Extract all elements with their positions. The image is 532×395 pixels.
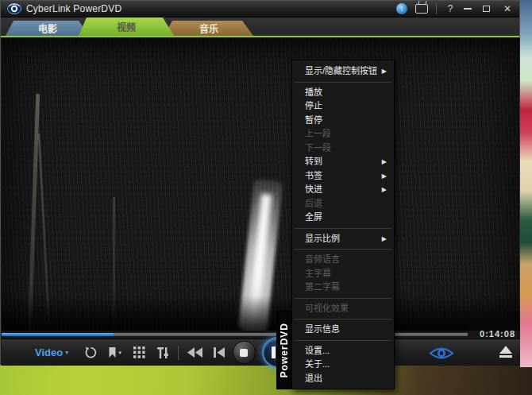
submenu-arrow-icon: ▶ [382,183,387,197]
control-bar: Video ▾ ▾ [2,339,520,366]
menu-separator [295,249,391,250]
previous-button[interactable] [214,347,225,358]
seek-bar[interactable] [2,333,468,336]
upgrade-icon[interactable]: ↑ [396,3,407,14]
menu-separator [295,319,391,319]
submenu-arrow-icon: ▶ [382,64,387,79]
powerdvd-window: CyberLink PowerDVD ↑ ? ✕ 电影 音乐 视频 [0,0,520,366]
menu-separator [295,228,391,229]
restore-icon [483,6,490,12]
menu-item-play[interactable]: 播放 [292,86,394,100]
menu-item-pause[interactable]: 暂停 [292,114,394,128]
active-tab-underline [1,36,519,37]
chevron-down-icon: ▾ [65,349,68,356]
menu-item-go-to[interactable]: 转到▶ [292,155,394,169]
menu-item-show-information[interactable]: 显示信息 [292,323,394,337]
settings-sliders-icon[interactable] [156,347,168,359]
grid-menu-icon[interactable] [133,347,145,358]
menu-separator [295,340,391,341]
menu-item-primary-subtitles: 主字幕 [292,267,394,281]
tv-mode-icon[interactable] [415,4,428,14]
menu-item-secondary-subtitles: 第二字幕 [292,281,394,295]
minimize-icon [464,8,472,10]
titlebar: CyberLink PowerDVD ↑ ? ✕ [1,1,519,17]
restore-button[interactable] [483,6,494,12]
submenu-arrow-icon: ▶ [382,155,387,169]
minimize-button[interactable] [464,8,475,10]
menu-item-aspect-ratio[interactable]: 显示比例▶ [292,232,394,246]
powerdvd-banner-label: PowerDVD [279,323,290,378]
menu-item-previous-segment: 上一段 [292,127,394,141]
menu-separator [295,298,391,299]
menu-item-about[interactable]: 关于... [292,358,394,372]
menu-item-exit[interactable]: 退出 [292,372,394,386]
eject-icon-bar [499,355,512,358]
menu-item-stop[interactable]: 停止 [292,99,394,114]
time-display: 0:14:08 [480,329,515,339]
titlebar-divider [436,3,437,14]
menu-item-visualizations: 可视化效果 [292,302,394,316]
tab-bar: 电影 音乐 视频 [1,17,519,37]
truetheater-eye-icon[interactable] [429,347,454,360]
submenu-arrow-icon: ▶ [382,232,387,246]
close-button[interactable]: ✕ [502,3,513,14]
menu-item-bookmarks[interactable]: 书签▶ [292,169,394,184]
video-playback-surface[interactable] [2,38,520,331]
repeat-icon[interactable] [84,346,98,359]
eject-icon [499,346,512,354]
help-button[interactable]: ? [445,3,456,14]
context-menu: 显示/隐藏控制按钮▶ 播放 停止 暂停 上一段 下一段 转到▶ 书签▶ 快进▶ … [291,60,395,389]
rewind-button[interactable] [187,347,203,358]
menu-item-fullscreen[interactable]: 全屏 [292,211,394,225]
chevron-down-icon: ▾ [118,350,121,356]
eject-button[interactable] [499,346,512,358]
menu-item-show-hide-controls[interactable]: 显示/隐藏控制按钮▶ [292,64,394,79]
menu-item-rewind: 后退 [292,197,394,211]
video-vignette [2,38,520,331]
desktop-wallpaper-right-strip [520,0,532,367]
pause-icon [272,347,276,358]
menu-separator [295,82,391,83]
tab-movies[interactable]: 电影 [6,21,90,36]
seek-bar-fill [2,333,114,336]
tab-music[interactable]: 音乐 [164,21,253,36]
progress-row: 0:14:08 [2,331,520,339]
menu-item-audio-language: 音频语言 [292,253,394,267]
source-selector-label: Video [35,347,63,358]
menu-item-next-segment: 下一段 [292,141,394,156]
bookmark-dropdown-icon[interactable]: ▾ [108,347,121,358]
menu-item-settings[interactable]: 设置... [292,344,394,358]
menu-item-fast-forward[interactable]: 快进▶ [292,183,394,197]
powerdvd-logo-icon [7,3,21,14]
stop-button[interactable] [233,341,256,364]
window-title: CyberLink PowerDVD [26,3,121,14]
powerdvd-menu-banner: PowerDVD [276,311,292,389]
stop-icon [240,349,248,357]
desktop: CyberLink PowerDVD ↑ ? ✕ 电影 音乐 视频 [0,0,532,395]
tab-video-active[interactable]: 视频 [79,17,174,36]
source-selector-dropdown[interactable]: Video ▾ [35,347,68,358]
submenu-arrow-icon: ▶ [382,169,387,184]
controls-divider [178,346,179,360]
